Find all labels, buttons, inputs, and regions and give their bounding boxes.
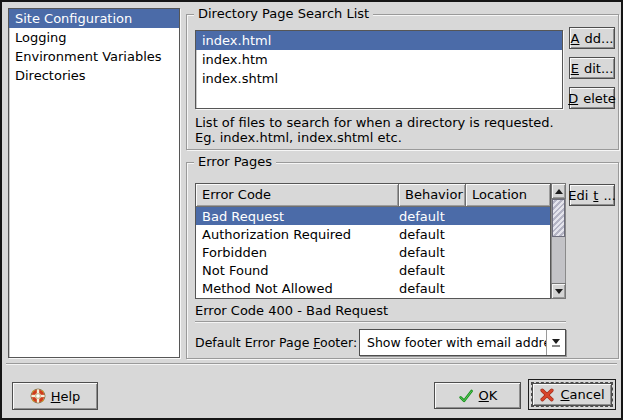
file-list-description: List of files to search for when a direc… <box>195 115 554 145</box>
error-table-grid: Error Code Behavior Location Bad Request… <box>195 183 551 299</box>
cell-error-code: Bad Request <box>196 209 399 224</box>
file-item-index-shtml[interactable]: index.shtml <box>196 69 562 88</box>
help-lifebuoy-icon <box>30 388 46 404</box>
table-header-row: Error Code Behavior Location <box>196 184 550 207</box>
table-row-forbidden[interactable]: Forbidden default <box>196 243 550 261</box>
directory-page-search-frame: Directory Page Search List index.html in… <box>186 14 619 150</box>
cell-error-code: Authorization Required <box>196 227 399 242</box>
cell-error-code: Forbidden <box>196 245 399 260</box>
cell-behavior: default <box>399 209 466 224</box>
edit-error-page-button[interactable]: Edit... <box>569 184 615 206</box>
add-button[interactable]: Add... <box>569 27 615 49</box>
ok-check-icon <box>458 388 474 404</box>
error-code-status-text: Error Code 400 - Bad Request <box>195 303 388 318</box>
table-row-authorization-required[interactable]: Authorization Required default <box>196 225 550 243</box>
cell-behavior: default <box>399 227 466 242</box>
scroll-down-arrow-icon <box>555 289 563 294</box>
scroll-down-button[interactable] <box>551 283 566 299</box>
sidebar-item-site-configuration[interactable]: Site Configuration <box>9 9 179 28</box>
ok-button-label: OK <box>479 388 498 403</box>
cancel-button[interactable]: Cancel <box>532 383 612 406</box>
ok-button[interactable]: OK <box>434 382 521 409</box>
column-header-error-code[interactable]: Error Code <box>196 184 399 207</box>
error-pages-frame: Error Pages Error Code Behavior Location… <box>186 162 619 359</box>
edit-button[interactable]: Edit... <box>569 57 615 79</box>
column-header-location[interactable]: Location <box>466 184 550 207</box>
sidebar-item-environment-variables[interactable]: Environment Variables <box>9 47 179 66</box>
dropdown-arrow-icon <box>546 330 565 355</box>
cell-error-code: Not Found <box>196 263 399 278</box>
scroll-up-arrow-icon <box>555 189 563 194</box>
apache-configuration-dialog: Site Configuration Logging Environment V… <box>0 0 623 420</box>
cell-behavior: default <box>399 281 466 296</box>
sidebar-item-directories[interactable]: Directories <box>9 66 179 85</box>
delete-button[interactable]: Delete <box>569 87 615 109</box>
file-item-index-html[interactable]: index.html <box>196 31 562 50</box>
cancel-x-icon <box>539 387 555 403</box>
cancel-button-label: Cancel <box>560 387 604 402</box>
table-row-method-not-allowed[interactable]: Method Not Allowed default <box>196 280 550 298</box>
cell-behavior: default <box>399 263 466 278</box>
help-button[interactable]: Help <box>12 382 98 410</box>
sidebar-item-logging[interactable]: Logging <box>9 28 179 47</box>
column-header-behavior[interactable]: Behavior <box>399 184 466 207</box>
frame-title: Directory Page Search List <box>194 6 373 22</box>
scrollbar-thumb[interactable] <box>552 199 565 237</box>
table-row-not-found[interactable]: Not Found default <box>196 262 550 280</box>
combobox-selected-value: Show footer with email address <box>360 335 546 350</box>
footer-label: Default Error Page Footer: <box>195 329 357 356</box>
separator <box>6 363 617 365</box>
scroll-up-button[interactable] <box>551 183 566 199</box>
description-line-1: List of files to search for when a direc… <box>195 115 554 130</box>
vertical-scrollbar[interactable] <box>551 183 566 299</box>
table-body: Bad Request default Authorization Requir… <box>196 207 550 298</box>
description-line-2: Eg. index.html, index.shtml etc. <box>195 130 554 145</box>
scrollbar-track[interactable] <box>551 199 566 283</box>
cell-error-code: Method Not Allowed <box>196 281 399 296</box>
table-row-bad-request[interactable]: Bad Request default <box>196 207 550 225</box>
separator <box>195 321 566 323</box>
help-button-label: Help <box>51 389 81 404</box>
error-pages-table: Error Code Behavior Location Bad Request… <box>195 183 566 299</box>
cell-behavior: default <box>399 245 466 260</box>
directory-file-list: index.html index.htm index.shtml <box>195 30 563 109</box>
category-list: Site Configuration Logging Environment V… <box>8 8 180 358</box>
file-item-index-htm[interactable]: index.htm <box>196 50 562 69</box>
frame-title: Error Pages <box>194 154 276 170</box>
default-button-frame: Cancel <box>528 379 616 410</box>
footer-combobox[interactable]: Show footer with email address <box>359 329 566 356</box>
